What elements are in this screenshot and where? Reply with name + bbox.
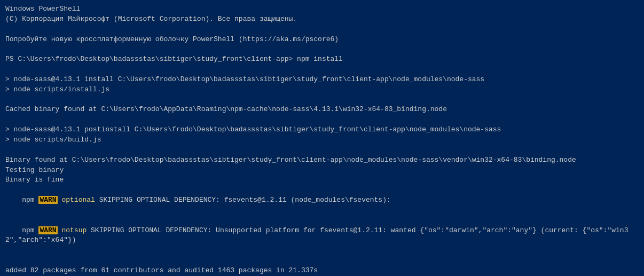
warn-rest-1: SKIPPING OPTIONAL DEPENDENCY: fsevents@1… xyxy=(95,196,391,204)
line-node-sass-install: > node-sass@4.13.1 install C:\Users\frod… xyxy=(5,75,639,85)
line-empty-7 xyxy=(5,256,639,266)
line-node-sass-postinstall: > node-sass@4.13.1 postinstall C:\Users\… xyxy=(5,125,639,135)
line-empty-2 xyxy=(5,44,639,54)
warn-tag-optional: optional xyxy=(58,196,95,204)
line-binary-found: Binary found at C:\Users\frodo\Desktop\b… xyxy=(5,155,639,165)
line-copyright: (С) Корпорация Майкрософт (Microsoft Cor… xyxy=(5,14,639,25)
line-empty-5 xyxy=(5,115,639,125)
line-node-scripts-install: > node scripts/install.js xyxy=(5,85,639,95)
warn-badge-1: WARN xyxy=(38,196,57,204)
warn-prefix-2: npm xyxy=(22,226,38,234)
line-binary-fine: Binary is fine xyxy=(5,175,639,185)
warn-rest-2: SKIPPING OPTIONAL DEPENDENCY: Unsupporte… xyxy=(5,226,628,245)
line-npm-install-cmd: PS C:\Users\frodo\Desktop\badassstas\sib… xyxy=(5,54,639,65)
line-empty-6 xyxy=(5,145,639,155)
warn-badge-2: WARN xyxy=(38,226,57,234)
line-warn-optional: npm WARN optional SKIPPING OPTIONAL DEPE… xyxy=(5,185,639,216)
line-empty-4 xyxy=(5,95,639,105)
line-powershell-title: Windows PowerShell xyxy=(5,4,639,14)
warn-tag-notsup: notsup xyxy=(58,226,87,234)
warn-prefix-1: npm xyxy=(22,196,38,204)
line-empty-1 xyxy=(5,25,639,35)
line-added-packages: added 82 packages from 61 contributors a… xyxy=(5,266,639,276)
line-cached-binary: Cached binary found at C:\Users\frodo\Ap… xyxy=(5,105,639,115)
terminal-window: Windows PowerShell (С) Корпорация Майкро… xyxy=(5,4,639,276)
line-node-scripts-build: > node scripts/build.js xyxy=(5,135,639,145)
line-warn-notsup: npm WARN notsup SKIPPING OPTIONAL DEPEND… xyxy=(5,216,639,256)
line-empty-3 xyxy=(5,65,639,75)
line-testing-binary: Testing binary xyxy=(5,165,639,176)
line-pscore6: Попробуйте новую кроссплатформенную обол… xyxy=(5,35,639,45)
